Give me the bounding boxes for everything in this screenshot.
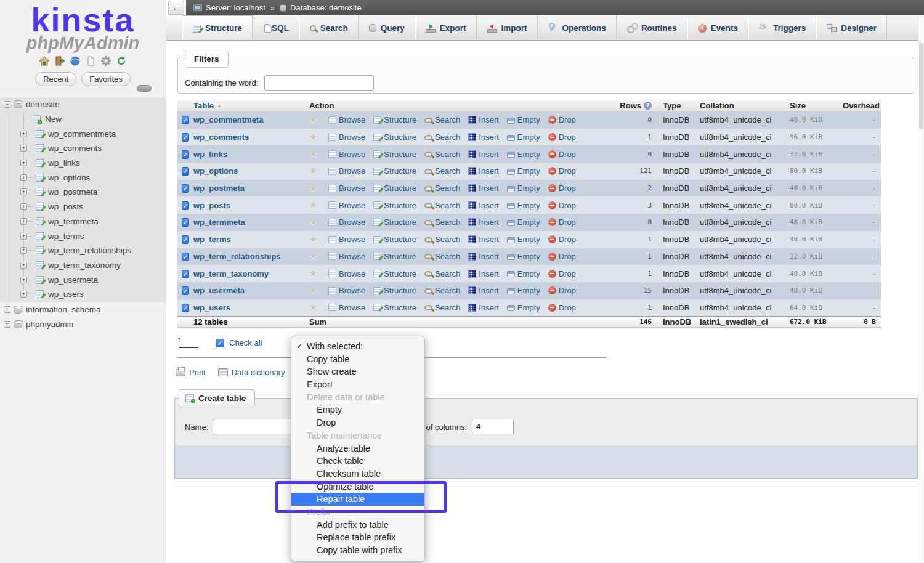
action-browse-link[interactable]: Browse (328, 201, 365, 210)
action-insert-link[interactable]: Insert (468, 184, 499, 193)
tab-search[interactable]: Search (299, 15, 359, 40)
data-dictionary-link[interactable]: Data dictionary (232, 368, 285, 377)
sidebar-item-wp-links[interactable]: wp_links (0, 156, 166, 171)
row-checkbox[interactable] (182, 116, 188, 124)
action-drop-link[interactable]: Drop (548, 217, 576, 227)
menu-item-drop[interactable]: Drop (291, 416, 424, 429)
action-drop-link[interactable]: Drop (548, 269, 576, 278)
expand-icon[interactable] (4, 321, 10, 328)
favorite-star-icon[interactable] (302, 268, 319, 279)
sidebar-item-wp-term-relationships[interactable]: wp_term_relationships (0, 243, 166, 258)
expand-icon[interactable] (20, 277, 27, 283)
exit-icon[interactable] (54, 55, 65, 68)
action-empty-link[interactable]: Empty (507, 303, 540, 312)
action-search-link[interactable]: Search (424, 132, 460, 142)
favorite-star-icon[interactable] (302, 166, 319, 177)
tab-import[interactable]: Import (477, 15, 538, 40)
action-search-link[interactable]: Search (424, 252, 460, 261)
menu-item-repair-table[interactable]: Repair table (291, 493, 424, 506)
row-checkbox[interactable] (182, 270, 188, 278)
menu-item-empty[interactable]: Empty (291, 403, 424, 416)
action-drop-link[interactable]: Drop (548, 303, 576, 312)
expand-icon[interactable] (20, 262, 27, 269)
menu-item-checksum-table[interactable]: Checksum table (291, 468, 424, 480)
expand-icon[interactable] (20, 160, 27, 166)
sidebar-item-wp-usermeta[interactable]: wp_usermeta (0, 272, 166, 287)
table-name-link[interactable]: wp_options (193, 166, 302, 176)
sidebar-item-information-schema[interactable]: information_schema (0, 302, 166, 317)
help-icon[interactable] (70, 55, 81, 68)
row-checkbox[interactable] (182, 218, 188, 227)
sidebar-item-wp-termmeta[interactable]: wp_termmeta (0, 214, 166, 229)
expand-icon[interactable] (20, 218, 27, 225)
action-empty-link[interactable]: Empty (507, 217, 540, 227)
collapse-navigation-button[interactable]: ← (168, 1, 184, 15)
menu-item-show-create[interactable]: Show create (291, 365, 424, 378)
action-insert-link[interactable]: Insert (468, 252, 499, 261)
tab-sql[interactable]: SQL (253, 15, 299, 40)
table-name-link[interactable]: wp_users (193, 303, 302, 312)
action-structure-link[interactable]: Structure (373, 235, 416, 244)
action-empty-link[interactable]: Empty (507, 115, 540, 124)
menu-item-check-table[interactable]: Check table (291, 455, 424, 468)
sidebar-item-demosite[interactable]: demosite (0, 97, 166, 112)
check-all-link[interactable]: Check all (229, 338, 262, 347)
reload-icon[interactable] (116, 55, 127, 68)
favorite-star-icon[interactable] (302, 234, 319, 245)
favorite-star-icon[interactable] (302, 148, 319, 160)
expand-icon[interactable] (20, 291, 27, 298)
favorite-star-icon[interactable] (302, 217, 319, 228)
menu-item-copy-table-with-prefix[interactable]: Copy table with prefix (291, 544, 424, 557)
action-browse-link[interactable]: Browse (328, 286, 365, 295)
action-search-link[interactable]: Search (424, 269, 460, 278)
favorite-star-icon[interactable] (302, 200, 319, 211)
action-search-link[interactable]: Search (424, 286, 460, 295)
sidebar-item-wp-terms[interactable]: wp_terms (0, 229, 166, 243)
action-search-link[interactable]: Search (424, 303, 460, 312)
favorite-star-icon[interactable] (302, 251, 319, 262)
tab-structure[interactable]: Structure (182, 15, 253, 40)
expand-icon[interactable] (20, 247, 27, 254)
action-drop-link[interactable]: Drop (548, 166, 576, 176)
filter-input[interactable] (264, 75, 374, 91)
action-drop-link[interactable]: Drop (548, 115, 576, 124)
tab-routines[interactable]: Routines (617, 15, 687, 40)
action-empty-link[interactable]: Empty (507, 166, 540, 176)
action-insert-link[interactable]: Insert (468, 201, 499, 210)
action-browse-link[interactable]: Browse (328, 252, 365, 261)
menu-item-replace-table-prefix[interactable]: Replace table prefix (291, 531, 424, 544)
tab-query[interactable]: Query (359, 15, 415, 40)
action-empty-link[interactable]: Empty (507, 252, 540, 261)
favorite-star-icon[interactable] (302, 115, 319, 126)
action-search-link[interactable]: Search (424, 150, 460, 159)
sidebar-item-wp-options[interactable]: wp_options (0, 170, 166, 185)
action-structure-link[interactable]: Structure (373, 252, 416, 261)
favorite-star-icon[interactable] (302, 132, 319, 143)
breadcrumb-server-link[interactable]: Server: localhost (206, 3, 265, 12)
action-search-link[interactable]: Search (424, 201, 460, 210)
action-structure-link[interactable]: Structure (373, 150, 416, 159)
row-checkbox[interactable] (182, 304, 188, 312)
row-checkbox[interactable] (182, 235, 188, 244)
sidebar-item-wp-comments[interactable]: wp_comments (0, 141, 166, 156)
row-checkbox[interactable] (182, 253, 188, 261)
action-browse-link[interactable]: Browse (328, 166, 365, 176)
table-name-link[interactable]: wp_termmeta (193, 217, 302, 227)
row-checkbox[interactable] (182, 286, 188, 295)
action-structure-link[interactable]: Structure (373, 217, 416, 227)
row-checkbox[interactable] (182, 150, 188, 159)
action-structure-link[interactable]: Structure (373, 115, 416, 124)
help-icon[interactable] (644, 102, 652, 110)
sidebar-item-wp-commentmeta[interactable]: wp_commentmeta (0, 126, 166, 141)
print-link[interactable]: Print (189, 368, 206, 377)
action-insert-link[interactable]: Insert (468, 303, 499, 312)
row-checkbox[interactable] (182, 184, 188, 193)
panel-resize-handle-icon[interactable] (137, 85, 152, 92)
menu-item-with-selected[interactable]: With selected: (291, 340, 424, 353)
expand-icon[interactable] (20, 145, 27, 152)
action-empty-link[interactable]: Empty (507, 269, 540, 278)
tab-events[interactable]: Events (687, 15, 748, 40)
action-structure-link[interactable]: Structure (373, 286, 416, 295)
action-insert-link[interactable]: Insert (468, 235, 499, 244)
favorite-star-icon[interactable] (302, 285, 319, 296)
